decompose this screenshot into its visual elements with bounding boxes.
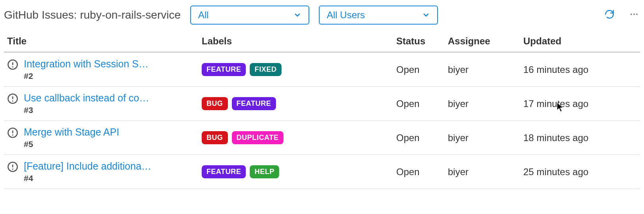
col-updated[interactable]: Updated [520, 32, 640, 52]
svg-point-2 [636, 13, 638, 15]
issue-status: Open [393, 155, 445, 189]
issue-title-link[interactable]: Use callback instead of co… [24, 92, 149, 104]
table-header-row: Title Labels Status Assignee Updated [4, 32, 640, 52]
issue-status: Open [393, 87, 445, 121]
svg-point-5 [12, 66, 13, 67]
label-pill[interactable]: FEATURE [202, 165, 246, 178]
issue-assignee: biyer [445, 121, 520, 155]
label-pill[interactable]: FIXED [250, 63, 282, 76]
issue-open-icon [7, 161, 18, 172]
label-pill[interactable]: FEATURE [232, 97, 276, 110]
issue-number: #5 [24, 139, 119, 149]
label-list: FEATUREHELP [202, 165, 390, 178]
issue-open-icon [7, 93, 18, 104]
issue-updated: 17 minutes ago [520, 87, 640, 121]
more-options-button[interactable] [628, 9, 640, 21]
issues-table: Title Labels Status Assignee Updated Int… [4, 32, 640, 189]
header-bar: GitHub Issues: ruby-on-rails-service All… [4, 4, 640, 32]
issue-open-icon [7, 59, 18, 70]
filter-user-value: All Users [327, 10, 365, 21]
issue-title-link[interactable]: Merge with Stage API [24, 126, 119, 138]
filter-status-dropdown[interactable]: All [190, 6, 309, 25]
chevron-down-icon [293, 11, 301, 19]
issue-updated: 25 minutes ago [520, 155, 640, 189]
label-pill[interactable]: BUG [202, 97, 228, 110]
table-row[interactable]: Integration with Session S…#2FEATUREFIXE… [4, 52, 640, 87]
issue-assignee: biyer [445, 52, 520, 87]
col-assignee[interactable]: Assignee [445, 32, 520, 52]
more-horizontal-icon [629, 10, 639, 21]
col-labels[interactable]: Labels [199, 32, 393, 52]
issue-status: Open [393, 52, 445, 87]
col-status[interactable]: Status [393, 32, 445, 52]
issue-assignee: biyer [445, 155, 520, 189]
chevron-down-icon [422, 11, 430, 19]
col-title[interactable]: Title [4, 32, 199, 52]
label-pill[interactable]: DUPLICATE [232, 131, 283, 144]
issue-open-icon [7, 127, 18, 138]
issue-status: Open [393, 121, 445, 155]
issue-title-link[interactable]: Integration with Session S… [24, 58, 148, 70]
svg-point-8 [12, 100, 13, 101]
table-row[interactable]: [Feature] Include additiona…#4FEATUREHEL… [4, 155, 640, 189]
issue-updated: 16 minutes ago [520, 52, 640, 87]
issue-title-link[interactable]: [Feature] Include additiona… [24, 160, 151, 172]
issue-number: #4 [24, 174, 151, 183]
label-pill[interactable]: FEATURE [202, 63, 246, 76]
label-list: BUGFEATURE [202, 97, 390, 110]
svg-point-14 [12, 168, 13, 170]
table-row[interactable]: Use callback instead of co…#3BUGFEATUREO… [4, 87, 640, 121]
issue-updated: 18 minutes ago [520, 121, 640, 155]
refresh-button[interactable] [604, 9, 615, 21]
filter-status-value: All [198, 10, 209, 21]
svg-point-1 [633, 13, 635, 15]
page-title: GitHub Issues: ruby-on-rails-service [4, 9, 181, 21]
issue-number: #3 [24, 105, 149, 115]
svg-point-0 [631, 13, 632, 15]
issue-assignee: biyer [445, 87, 520, 121]
label-list: BUGDUPLICATE [202, 131, 390, 144]
refresh-icon [604, 9, 615, 21]
issue-number: #2 [24, 71, 148, 81]
label-pill[interactable]: BUG [202, 131, 228, 144]
svg-point-11 [12, 134, 13, 136]
filter-user-dropdown[interactable]: All Users [319, 6, 438, 25]
label-pill[interactable]: HELP [250, 165, 279, 178]
table-row[interactable]: Merge with Stage API#5BUGDUPLICATEOpenbi… [4, 121, 640, 155]
label-list: FEATUREFIXED [202, 63, 390, 76]
